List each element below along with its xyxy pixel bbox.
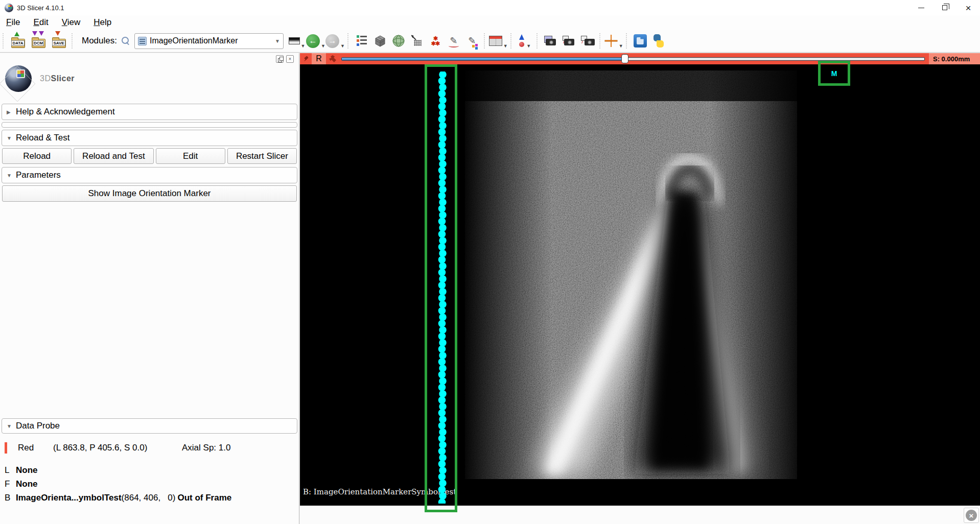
markups-module-button[interactable]: ✱✱✱ <box>426 31 445 51</box>
subject-hierarchy-icon <box>356 35 367 47</box>
collapsed-spacer-box <box>2 122 297 128</box>
close-button[interactable]: × <box>956 0 980 15</box>
toolbar-grip[interactable] <box>599 33 602 49</box>
toolbar-grip[interactable] <box>484 33 486 49</box>
data-probe-header[interactable]: ▼Data Probe <box>2 418 297 434</box>
reload-test-section[interactable]: ▼Reload & Test <box>2 130 297 146</box>
volumes-module-button[interactable] <box>371 31 389 51</box>
save-arrow-icon <box>55 31 60 36</box>
extensions-manager-button[interactable] <box>631 31 649 51</box>
transforms-grid-icon <box>410 34 424 48</box>
load-dicom-button[interactable]: DCM <box>28 31 49 51</box>
data-probe-title: Data Probe <box>16 421 60 431</box>
slice-offset-button[interactable]: ▼ <box>516 31 534 51</box>
load-data-arrow-icon <box>14 32 19 36</box>
title-bar: 3D Slicer 4.10.1 × <box>0 0 980 15</box>
save-data-button[interactable]: SAVE <box>49 31 69 51</box>
chevron-down-icon: ▼ <box>619 43 623 49</box>
python-console-button[interactable] <box>649 31 668 51</box>
module-forward-button[interactable]: →▼ <box>325 31 345 51</box>
marker-line-highlight-rectangle <box>425 64 457 512</box>
slice-orientation-label[interactable]: R <box>312 53 326 64</box>
toolbar-grip[interactable] <box>536 33 539 49</box>
close-icon: × <box>965 3 971 13</box>
layout-selector-button[interactable]: ▼ <box>489 31 508 51</box>
slice-arrow-icon <box>518 34 525 47</box>
slicer-logo-row: 3DSlicer <box>5 65 75 92</box>
reload-button[interactable]: Reload <box>2 148 72 164</box>
chevron-down-icon: ▼ <box>301 43 306 49</box>
toolbar-grip[interactable] <box>72 33 74 49</box>
help-acknowledgement-section[interactable]: ▶Help & Acknowledgement <box>2 104 297 120</box>
menu-view[interactable]: View <box>62 17 81 28</box>
toolbar-grip[interactable] <box>347 33 350 49</box>
slider-handle[interactable] <box>621 54 628 63</box>
screenshot-camera-icon <box>544 36 557 46</box>
toolbar-grip[interactable] <box>3 33 5 49</box>
restart-slicer-button[interactable]: Restart Slicer <box>227 148 297 164</box>
reload-and-test-button[interactable]: Reload and Test <box>74 148 153 164</box>
orientation-marker-letter: M <box>831 69 837 78</box>
slice-name: Red <box>18 443 53 453</box>
slice-info-row: Red (L 863.8, P 405.6, S 0.0) Axial Sp: … <box>5 442 299 454</box>
markups-fiducial-icon: ✱✱✱ <box>429 36 442 46</box>
crosshair-icon <box>604 34 618 47</box>
orientation-marker-highlight-rectangle: M <box>818 61 850 86</box>
data-probe-content: Red (L 863.8, P 405.6, S 0.0) Axial Sp: … <box>0 436 299 505</box>
slice-ras-coordinates: (L 863.8, P 405.6, S 0.0) <box>53 443 182 453</box>
annotation-pencil-icon: ✎ <box>450 35 457 46</box>
panel-float-button[interactable] <box>276 55 284 63</box>
slice-pin-icon[interactable] <box>304 56 310 62</box>
label-layer-letter: L <box>5 465 16 475</box>
segment-pencil-icon: ✎ <box>468 35 476 46</box>
ultrasound-image <box>465 70 797 479</box>
background-layer-ijk: (864, 406, 0) <box>122 493 176 503</box>
module-selector-combobox[interactable]: ImageOrientationMarker ▼ <box>134 33 284 49</box>
screenshot-button[interactable] <box>542 31 560 51</box>
history-back-icon: ← <box>306 34 320 48</box>
models-module-button[interactable] <box>389 31 408 51</box>
show-module-data-button[interactable] <box>353 31 371 51</box>
module-search-icon[interactable] <box>121 36 130 45</box>
module-back-button[interactable]: ←▼ <box>306 31 325 51</box>
save-folder-icon: SAVE <box>52 39 66 48</box>
menu-help[interactable]: Help <box>94 17 111 28</box>
main-toolbar: DATA DCM SAVE Modules: ImageOrientationM… <box>0 30 980 53</box>
extensions-manager-icon <box>634 34 647 47</box>
slice-axial-spacing: Axial Sp: 1.0 <box>182 443 230 453</box>
toolbar-grip[interactable] <box>626 33 628 49</box>
error-log-close-button[interactable]: × <box>964 508 979 523</box>
dicom-arrow-icon <box>32 31 37 36</box>
toolbar-grip[interactable] <box>510 33 513 49</box>
scene-view-restore-button[interactable] <box>578 31 597 51</box>
crosshair-button[interactable]: ▼ <box>604 31 623 51</box>
status-bar <box>300 506 980 524</box>
scene-view-camera-icon <box>563 36 576 46</box>
minimize-button[interactable] <box>909 0 933 15</box>
parameters-section[interactable]: ▼Parameters <box>2 167 297 183</box>
scene-view-capture-button[interactable] <box>560 31 578 51</box>
dicom-arrow2-icon <box>39 31 44 36</box>
menu-file[interactable]: File <box>6 17 20 28</box>
background-layer-letter: B <box>5 493 16 503</box>
transforms-module-button[interactable] <box>408 31 426 51</box>
segment-editor-button[interactable]: ✎ <box>463 31 481 51</box>
chevron-down-icon: ▼ <box>7 173 16 178</box>
slice-menu-pushpin-icon[interactable] <box>329 55 336 62</box>
red-slice-viewport[interactable]: B: ImageOrientationMarkerSymbolTest <box>300 64 980 506</box>
window-controls: × <box>909 0 980 15</box>
menu-bar: File Edit View Help <box>0 15 980 30</box>
load-data-button[interactable]: DATA <box>8 31 28 51</box>
edit-button[interactable]: Edit <box>156 148 225 164</box>
modules-label: Modules: <box>82 36 117 46</box>
slice-offset-value: S: 0.000mm <box>929 53 980 64</box>
menu-edit[interactable]: Edit <box>33 17 48 28</box>
module-history-button[interactable]: ▼ <box>288 31 306 51</box>
panel-close-button[interactable]: × <box>286 55 294 63</box>
restore-button[interactable] <box>933 0 956 15</box>
show-image-orientation-marker-button[interactable]: Show Image Orientation Marker <box>2 185 297 202</box>
foreground-layer-letter: F <box>5 479 16 489</box>
annotations-module-button[interactable]: ✎ <box>445 31 463 51</box>
slider-track-fill <box>342 58 625 60</box>
module-selector-value: ImageOrientationMarker <box>150 36 273 45</box>
